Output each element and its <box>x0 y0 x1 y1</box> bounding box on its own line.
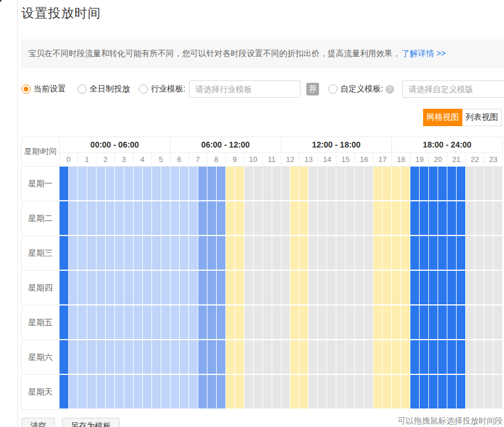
schedule-cell[interactable] <box>346 271 355 305</box>
radio-option-industry[interactable]: 行业模板: <box>139 84 186 94</box>
schedule-cell[interactable] <box>299 167 309 201</box>
schedule-cell[interactable] <box>290 305 299 340</box>
schedule-cell[interactable] <box>198 201 207 236</box>
schedule-cell[interactable] <box>235 201 244 236</box>
schedule-cell[interactable] <box>134 271 143 305</box>
schedule-cell[interactable] <box>134 201 143 236</box>
radio-custom-icon[interactable] <box>328 84 338 94</box>
schedule-cell[interactable] <box>207 340 217 375</box>
schedule-cell[interactable] <box>410 236 420 271</box>
schedule-cell[interactable] <box>143 167 152 201</box>
schedule-cell[interactable] <box>106 201 115 236</box>
schedule-cell[interactable] <box>152 340 161 375</box>
schedule-cell[interactable] <box>281 271 291 305</box>
schedule-cell[interactable] <box>124 340 134 375</box>
schedule-cell[interactable] <box>410 305 420 340</box>
schedule-cell[interactable] <box>235 271 244 305</box>
schedule-cell[interactable] <box>161 236 171 271</box>
schedule-cell[interactable] <box>475 167 484 201</box>
schedule-cell[interactable] <box>447 271 457 305</box>
schedule-cell[interactable] <box>263 167 272 201</box>
schedule-cell[interactable] <box>134 340 143 375</box>
schedule-cell[interactable] <box>475 271 484 305</box>
schedule-cell[interactable] <box>281 375 291 410</box>
schedule-cell[interactable] <box>429 340 438 375</box>
schedule-cell[interactable] <box>198 375 207 410</box>
schedule-cell[interactable] <box>429 201 438 236</box>
schedule-cell[interactable] <box>207 271 217 305</box>
schedule-cell[interactable] <box>401 271 410 305</box>
schedule-cell[interactable] <box>309 271 318 305</box>
schedule-cell[interactable] <box>327 340 336 375</box>
schedule-cell[interactable] <box>327 305 336 340</box>
schedule-cell[interactable] <box>429 271 438 305</box>
schedule-cell[interactable] <box>318 340 327 375</box>
schedule-cell[interactable] <box>226 271 235 305</box>
schedule-cell[interactable] <box>281 340 291 375</box>
schedule-cell[interactable] <box>420 271 429 305</box>
schedule-cell[interactable] <box>475 236 484 271</box>
schedule-cell[interactable] <box>244 167 254 201</box>
industry-template-input[interactable] <box>189 80 301 98</box>
schedule-cell[interactable] <box>152 236 161 271</box>
schedule-cell[interactable] <box>438 271 447 305</box>
schedule-cell[interactable] <box>69 305 78 340</box>
schedule-cell[interactable] <box>254 375 263 410</box>
schedule-cell[interactable] <box>198 271 207 305</box>
schedule-cell[interactable] <box>106 375 115 410</box>
schedule-cell[interactable] <box>78 167 87 201</box>
schedule-cell[interactable] <box>281 305 291 340</box>
schedule-cell[interactable] <box>106 340 115 375</box>
schedule-cell[interactable] <box>60 167 69 201</box>
schedule-cell[interactable] <box>401 375 410 410</box>
schedule-cell[interactable] <box>106 305 115 340</box>
schedule-cell[interactable] <box>60 305 69 340</box>
schedule-cell[interactable] <box>355 201 364 236</box>
schedule-cell[interactable] <box>134 167 143 201</box>
schedule-cell[interactable] <box>189 167 198 201</box>
schedule-cell[interactable] <box>429 236 438 271</box>
schedule-cell[interactable] <box>78 236 87 271</box>
schedule-cell[interactable] <box>410 201 420 236</box>
schedule-cell[interactable] <box>207 201 217 236</box>
schedule-cell[interactable] <box>290 167 299 201</box>
schedule-cell[interactable] <box>373 236 383 271</box>
schedule-cell[interactable] <box>466 271 475 305</box>
schedule-cell[interactable] <box>484 305 494 340</box>
schedule-cell[interactable] <box>106 236 115 271</box>
schedule-cell[interactable] <box>364 340 373 375</box>
schedule-cell[interactable] <box>161 305 171 340</box>
schedule-cell[interactable] <box>180 271 189 305</box>
schedule-cell[interactable] <box>226 305 235 340</box>
schedule-cell[interactable] <box>69 340 78 375</box>
schedule-cell[interactable] <box>309 305 318 340</box>
schedule-cell[interactable] <box>429 305 438 340</box>
schedule-cell[interactable] <box>457 236 466 271</box>
schedule-cell[interactable] <box>327 236 336 271</box>
schedule-cell[interactable] <box>383 305 392 340</box>
schedule-cell[interactable] <box>373 271 383 305</box>
schedule-cell[interactable] <box>226 201 235 236</box>
schedule-cell[interactable] <box>290 271 299 305</box>
schedule-cell[interactable] <box>254 167 263 201</box>
schedule-cell[interactable] <box>318 271 327 305</box>
schedule-cell[interactable] <box>87 201 97 236</box>
schedule-cell[interactable] <box>180 340 189 375</box>
schedule-cell[interactable] <box>299 375 309 410</box>
schedule-cell[interactable] <box>263 236 272 271</box>
schedule-cell[interactable] <box>272 271 281 305</box>
schedule-cell[interactable] <box>484 236 494 271</box>
schedule-cell[interactable] <box>161 271 171 305</box>
schedule-cell[interactable] <box>457 201 466 236</box>
schedule-cell[interactable] <box>115 201 124 236</box>
schedule-cell[interactable] <box>438 305 447 340</box>
schedule-cell[interactable] <box>161 201 171 236</box>
schedule-cell[interactable] <box>299 271 309 305</box>
schedule-cell[interactable] <box>69 375 78 410</box>
schedule-cell[interactable] <box>420 305 429 340</box>
schedule-cell[interactable] <box>318 167 327 201</box>
schedule-cell[interactable] <box>494 167 503 201</box>
learn-more-link[interactable]: 了解详情 >> <box>402 49 446 59</box>
radio-fullday-icon[interactable] <box>77 84 87 94</box>
schedule-cell[interactable] <box>429 375 438 410</box>
